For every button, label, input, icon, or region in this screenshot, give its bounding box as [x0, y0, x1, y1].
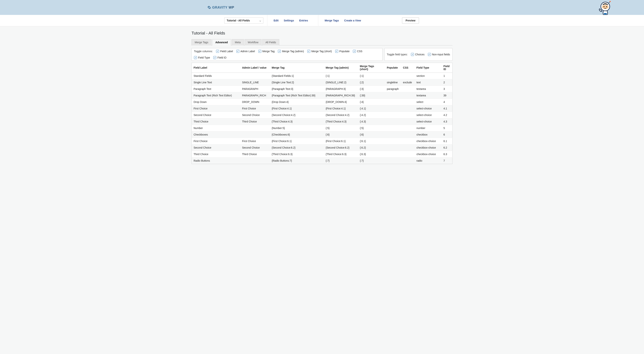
cell-field-id[interactable]: 4.2 [442, 112, 452, 118]
brand-logo[interactable]: GRAVITYWP [207, 6, 234, 10]
cell-admin-label[interactable]: SINGLE_LINE [240, 79, 270, 86]
cell-merge-tag[interactable]: {Second Choice:4.2} [270, 112, 324, 118]
cell-field-label[interactable]: Paragraph Text [192, 86, 240, 92]
cell-css[interactable] [401, 73, 414, 79]
tab-workflow[interactable]: Workflow [244, 39, 262, 46]
col-admin-label[interactable]: Admin Label / value [240, 63, 270, 73]
cell-populate[interactable] [385, 92, 401, 99]
cell-field-label[interactable]: Drop Down [192, 99, 240, 105]
cell-css[interactable]: exclude [401, 79, 414, 86]
cell-merge-tag-admin[interactable]: {PARAGRAPH:3} [324, 86, 358, 92]
tab-advanced[interactable]: Advanced [212, 39, 231, 46]
nav-settings[interactable]: Settings [281, 19, 296, 22]
cell-merge-tag-admin[interactable]: {:6} [324, 131, 358, 138]
cell-merge-tag[interactable]: {Standard Fields:1} [270, 73, 324, 79]
cell-merge-tag-admin[interactable]: {Second Choice:6.2} [324, 144, 358, 151]
cell-populate[interactable] [385, 118, 401, 125]
cell-merge-tag-short[interactable]: {:2} [358, 79, 385, 86]
cell-admin-label[interactable] [240, 73, 270, 79]
toggle-merge-tag[interactable]: Merge Tag [258, 50, 275, 53]
cell-css[interactable] [401, 118, 414, 125]
cell-merge-tag[interactable]: {Paragraph Text (Rich Text Editor):39} [270, 92, 324, 99]
cell-admin-label[interactable]: DROP_DOWN [240, 99, 270, 105]
toggle-field-type[interactable]: Field Type [194, 56, 210, 59]
cell-populate[interactable] [385, 138, 401, 144]
cell-admin-label[interactable]: Second Choice [240, 112, 270, 118]
cell-admin-label[interactable]: Third Choice [240, 118, 270, 125]
cell-field-type[interactable]: checkbox-choice [415, 144, 442, 151]
cell-field-label[interactable]: First Choice [192, 138, 240, 144]
cell-populate[interactable]: paragraph [385, 86, 401, 92]
cell-merge-tag-admin[interactable]: {:7} [324, 157, 358, 164]
form-selector-dropdown[interactable]: Tutorial - All Fields ⌵ [224, 17, 263, 24]
cell-admin-label[interactable]: First Choice [240, 138, 270, 144]
cell-merge-tag[interactable]: {Second Choice:6.2} [270, 144, 324, 151]
col-merge-tags-short[interactable]: Merge Tags (short) [358, 63, 385, 73]
col-merge-tag[interactable]: Merge Tag [270, 63, 324, 73]
cell-field-id[interactable]: 6 [442, 131, 452, 138]
cell-merge-tag-admin[interactable]: {:1} [324, 73, 358, 79]
cell-populate[interactable] [385, 105, 401, 112]
cell-populate[interactable] [385, 112, 401, 118]
cell-field-id[interactable]: 7 [442, 157, 452, 164]
cell-field-id[interactable]: 3 [442, 86, 452, 92]
cell-admin-label[interactable]: Third Choice [240, 151, 270, 157]
cell-field-id[interactable]: 4.3 [442, 118, 452, 125]
cell-field-type[interactable]: checkbox-choice [415, 138, 442, 144]
tab-all-fields[interactable]: All Fields [262, 39, 279, 46]
col-field-label[interactable]: Field Label [192, 63, 240, 73]
cell-css[interactable] [401, 138, 414, 144]
toggle-non-input[interactable]: Non-input fields [428, 53, 450, 56]
cell-merge-tag-short[interactable]: {:4.3} [358, 118, 385, 125]
col-populate[interactable]: Populate [385, 63, 401, 73]
cell-merge-tag-admin[interactable]: {PARAGRAPH_RICH:39} [324, 92, 358, 99]
cell-merge-tag[interactable]: {First Choice:6.1} [270, 138, 324, 144]
cell-populate[interactable] [385, 144, 401, 151]
cell-field-label[interactable]: Standard Fields [192, 73, 240, 79]
toggle-choices[interactable]: Choices [411, 53, 424, 56]
cell-field-id[interactable]: 39 [442, 92, 452, 99]
cell-css[interactable] [401, 125, 414, 131]
cell-field-type[interactable]: section [415, 73, 442, 79]
cell-field-label[interactable]: First Choice [192, 105, 240, 112]
cell-admin-label[interactable] [240, 125, 270, 131]
toggle-field-id[interactable]: Field ID [213, 56, 226, 59]
cell-css[interactable] [401, 144, 414, 151]
cell-css[interactable] [401, 92, 414, 99]
cell-field-label[interactable]: Single Line Text [192, 79, 240, 86]
cell-populate[interactable] [385, 73, 401, 79]
col-field-id[interactable]: Field ID [442, 63, 452, 73]
cell-css[interactable] [401, 105, 414, 112]
toggle-admin-label[interactable]: Admin Label [236, 50, 255, 53]
nav-edit[interactable]: Edit [271, 19, 281, 22]
cell-merge-tag-short[interactable]: {:6.3} [358, 151, 385, 157]
cell-merge-tag[interactable]: {Third Choice:4.3} [270, 118, 324, 125]
cell-merge-tag[interactable]: {Drop Down:4} [270, 99, 324, 105]
cell-field-id[interactable]: 4 [442, 99, 452, 105]
cell-populate[interactable] [385, 131, 401, 138]
cell-merge-tag-short[interactable]: {:4.1} [358, 105, 385, 112]
col-css[interactable]: CSS [401, 63, 414, 73]
cell-field-label[interactable]: Second Choice [192, 112, 240, 118]
cell-css[interactable] [401, 99, 414, 105]
cell-field-label[interactable]: Third Choice [192, 151, 240, 157]
cell-field-type[interactable]: checkbox [415, 131, 442, 138]
cell-merge-tag-short[interactable]: {:6.2} [358, 144, 385, 151]
cell-field-type[interactable]: number [415, 125, 442, 131]
cell-field-type[interactable]: textarea [415, 86, 442, 92]
cell-field-id[interactable]: 6.1 [442, 138, 452, 144]
cell-merge-tag-short[interactable]: {:3} [358, 86, 385, 92]
cell-merge-tag-admin[interactable]: {SINGLE_LINE:2} [324, 79, 358, 86]
toggle-merge-tag-short[interactable]: Merge Tag (short) [307, 50, 332, 53]
cell-field-type[interactable]: textarea [415, 92, 442, 99]
cell-merge-tag[interactable]: {Single Line Text:2} [270, 79, 324, 86]
cell-field-type[interactable]: checkbox-choice [415, 151, 442, 157]
cell-css[interactable] [401, 112, 414, 118]
cell-field-id[interactable]: 4.1 [442, 105, 452, 112]
cell-field-label[interactable]: Second Choice [192, 144, 240, 151]
cell-merge-tag-admin[interactable]: {First Choice:4.1} [324, 105, 358, 112]
cell-merge-tag-admin[interactable]: {Third Choice:4.3} [324, 118, 358, 125]
cell-field-type[interactable]: select-choice [415, 105, 442, 112]
cell-admin-label[interactable]: Second Choice [240, 144, 270, 151]
nav-create-view[interactable]: Create a View [342, 19, 364, 22]
